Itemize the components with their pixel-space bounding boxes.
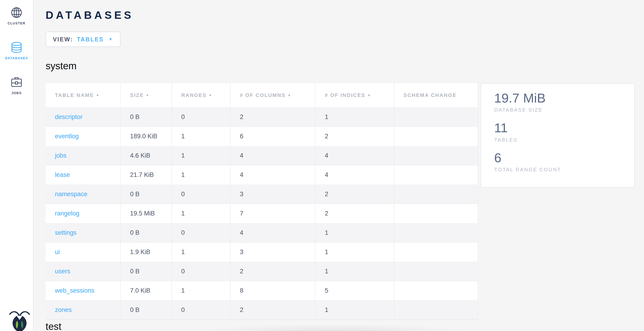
table-row: web_sessions7.0 KiB185 bbox=[46, 281, 478, 300]
table-name-link[interactable]: descriptor bbox=[55, 113, 82, 120]
cell-size: 0 B bbox=[120, 300, 172, 320]
table-name-link[interactable]: jobs bbox=[55, 152, 66, 159]
cell-size: 4.6 KiB bbox=[120, 146, 172, 165]
table-row: ui1.9 KiB131 bbox=[46, 242, 478, 262]
cell-table-name: ui bbox=[46, 242, 120, 262]
cell-num-columns: 3 bbox=[230, 242, 315, 262]
table-row: rangelog19.5 MiB172 bbox=[46, 204, 478, 223]
table-name-link[interactable]: namespace bbox=[55, 191, 88, 198]
table-row: settings0 B041 bbox=[46, 223, 478, 242]
summary-stat-label: TOTAL RANGE COUNT bbox=[494, 167, 634, 173]
database-icon bbox=[11, 42, 22, 53]
database-heading-system: system bbox=[46, 60, 644, 72]
table-row: descriptor0 B021 bbox=[46, 107, 478, 127]
table-name-link[interactable]: ui bbox=[55, 249, 60, 256]
summary-stat-value: 19.7 MiB bbox=[494, 91, 634, 105]
cell-num-columns: 2 bbox=[230, 107, 315, 127]
sort-caret-icon: ▾ bbox=[288, 93, 290, 97]
table-row: lease21.7 KiB144 bbox=[46, 165, 478, 185]
cell-table-name: lease bbox=[46, 165, 120, 185]
cell-num-indices: 1 bbox=[315, 223, 394, 242]
cell-table-name: jobs bbox=[46, 146, 120, 165]
table-name-link[interactable]: rangelog bbox=[55, 210, 79, 217]
cell-schema-change bbox=[394, 300, 478, 320]
sidebar-item-jobs[interactable]: JOBS bbox=[11, 77, 22, 95]
cell-ranges: 1 bbox=[172, 281, 230, 300]
cell-size: 0 B bbox=[120, 223, 172, 242]
page-title: DATABASES bbox=[46, 9, 644, 21]
cell-schema-change bbox=[394, 242, 478, 262]
database-tables-region: TABLE NAME▾SIZE▾RANGES▾# OF COLUMNS▾# OF… bbox=[46, 83, 644, 320]
table-name-link[interactable]: eventlog bbox=[55, 133, 79, 140]
cell-table-name: descriptor bbox=[46, 107, 120, 127]
cell-num-indices: 2 bbox=[315, 185, 394, 204]
view-selector-button[interactable]: VIEW: TABLES ▼ bbox=[46, 32, 120, 47]
table-row: namespace0 B032 bbox=[46, 185, 478, 204]
cell-ranges: 1 bbox=[172, 146, 230, 165]
cell-table-name: web_sessions bbox=[46, 281, 120, 300]
cell-num-indices: 4 bbox=[315, 146, 394, 165]
column-header-of-indices[interactable]: # OF INDICES▾ bbox=[315, 83, 394, 107]
sidebar-item-label: DATABASES bbox=[5, 56, 28, 60]
cell-schema-change bbox=[394, 223, 478, 242]
sidebar: CLUSTERDATABASESJOBS bbox=[0, 0, 34, 331]
sidebar-item-label: CLUSTER bbox=[8, 21, 26, 25]
cell-num-indices: 1 bbox=[315, 300, 394, 320]
sidebar-item-cluster[interactable]: CLUSTER bbox=[8, 7, 26, 25]
cell-num-columns: 8 bbox=[230, 281, 315, 300]
cell-num-columns: 2 bbox=[230, 300, 315, 320]
cell-num-columns: 3 bbox=[230, 185, 315, 204]
cell-ranges: 0 bbox=[172, 185, 230, 204]
table-name-link[interactable]: web_sessions bbox=[55, 287, 94, 294]
column-header-size[interactable]: SIZE▾ bbox=[120, 83, 172, 107]
table-name-link[interactable]: zones bbox=[55, 306, 72, 313]
cell-table-name: rangelog bbox=[46, 204, 120, 223]
summary-stat-label: TABLES bbox=[494, 137, 634, 143]
summary-stat-value: 6 bbox=[494, 150, 634, 165]
briefcase-icon bbox=[11, 77, 22, 88]
column-header-label: SCHEMA CHANGE bbox=[404, 92, 456, 98]
cell-num-indices: 1 bbox=[315, 242, 394, 262]
cell-num-indices: 1 bbox=[315, 107, 394, 127]
cell-ranges: 1 bbox=[172, 204, 230, 223]
cell-schema-change bbox=[394, 146, 478, 165]
cell-schema-change bbox=[394, 185, 478, 204]
cell-schema-change bbox=[394, 262, 478, 281]
cell-table-name: settings bbox=[46, 223, 120, 242]
cell-size: 1.9 KiB bbox=[120, 242, 172, 262]
column-header-ranges[interactable]: RANGES▾ bbox=[172, 83, 230, 107]
column-header-label: SIZE bbox=[130, 92, 144, 98]
chevron-down-icon: ▼ bbox=[108, 37, 113, 42]
cell-table-name: users bbox=[46, 262, 120, 281]
cell-num-columns: 4 bbox=[230, 223, 315, 242]
table-name-link[interactable]: users bbox=[55, 268, 70, 275]
cell-table-name: namespace bbox=[46, 185, 120, 204]
sort-caret-icon: ▾ bbox=[146, 93, 149, 97]
table-row: users0 B021 bbox=[46, 262, 478, 281]
cell-num-indices: 2 bbox=[315, 127, 394, 146]
cell-num-indices: 4 bbox=[315, 165, 394, 185]
cell-size: 189.0 KiB bbox=[120, 127, 172, 146]
cockroachdb-logo[interactable] bbox=[8, 309, 31, 331]
cell-ranges: 1 bbox=[172, 127, 230, 146]
summary-stat: 6TOTAL RANGE COUNT bbox=[494, 150, 634, 173]
cell-schema-change bbox=[394, 281, 478, 300]
table-name-link[interactable]: lease bbox=[55, 171, 70, 178]
column-header-schema-change: SCHEMA CHANGE bbox=[394, 83, 478, 107]
cell-ranges: 0 bbox=[172, 107, 230, 127]
cell-schema-change bbox=[394, 107, 478, 127]
cell-size: 0 B bbox=[120, 185, 172, 204]
cell-ranges: 1 bbox=[172, 242, 230, 262]
cell-schema-change bbox=[394, 165, 478, 185]
cell-size: 19.5 MiB bbox=[120, 204, 172, 223]
sidebar-item-label: JOBS bbox=[12, 91, 22, 95]
column-header-label: TABLE NAME bbox=[55, 92, 94, 98]
column-header-label: # OF INDICES bbox=[325, 92, 365, 98]
table-row: jobs4.6 KiB144 bbox=[46, 146, 478, 165]
column-header-table-name[interactable]: TABLE NAME▾ bbox=[46, 83, 120, 107]
table-name-link[interactable]: settings bbox=[55, 229, 76, 236]
cell-num-columns: 4 bbox=[230, 165, 315, 185]
column-header-of-columns[interactable]: # OF COLUMNS▾ bbox=[230, 83, 315, 107]
cell-ranges: 0 bbox=[172, 300, 230, 320]
sidebar-item-databases[interactable]: DATABASES bbox=[5, 42, 28, 60]
